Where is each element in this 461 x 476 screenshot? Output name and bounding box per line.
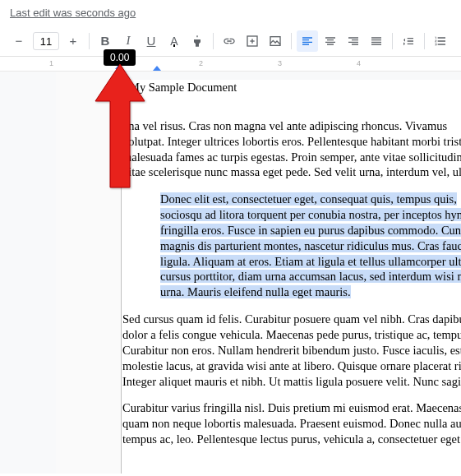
text-line[interactable]: malesuada fames ac turpis egestas. Proin…: [122, 150, 461, 165]
decrease-font-button[interactable]: −: [8, 30, 30, 52]
text-color-button[interactable]: A: [164, 30, 185, 52]
separator: [291, 33, 292, 49]
text-line[interactable]: Curabitur non eros. Nullam hendrerit bib…: [122, 343, 461, 358]
paragraph[interactable]: gna vel risus. Cras non magna vel ante a…: [122, 118, 461, 180]
text-line[interactable]: ligula. Aliquam at eros. Etiam at ligula…: [160, 254, 461, 270]
text-line[interactable]: Donec elit est, consectetuer eget, conse…: [160, 192, 461, 207]
text-line[interactable]: gna vel risus. Cras non magna vel ante a…: [122, 118, 461, 134]
text-line[interactable]: quam non neque lobortis malesuada. Praes…: [122, 416, 461, 432]
ruler-tick: 2: [199, 59, 203, 67]
text-line[interactable]: molestie lacus, at gravida wisi ante at …: [122, 358, 461, 374]
align-center-button[interactable]: [320, 30, 341, 52]
increase-font-button[interactable]: +: [62, 30, 84, 52]
toolbar: − 11 + B I U A: [0, 25, 461, 57]
font-size-input[interactable]: 11: [33, 32, 59, 50]
hanging-indent-marker[interactable]: [153, 65, 161, 71]
paragraph[interactable]: Donec elit est, consectetuer eget, conse…: [160, 192, 461, 300]
image-icon: [269, 35, 282, 48]
left-margin: [56, 72, 122, 474]
indent-value-tooltip: 0.00: [104, 49, 136, 66]
text-line[interactable]: tempus ac, leo. Pellentesque lectus puru…: [122, 432, 461, 447]
text-line[interactable]: cursus porttitor, diam urna accumsan lac…: [160, 269, 461, 284]
align-right-button[interactable]: [343, 30, 364, 52]
separator: [213, 33, 214, 49]
italic-button[interactable]: I: [118, 30, 139, 52]
ruler-tick: 1: [49, 59, 53, 67]
document-title[interactable]: My Sample Document: [129, 80, 461, 95]
last-edit-link[interactable]: Last edit was seconds ago: [0, 0, 461, 25]
line-spacing-icon: [402, 35, 415, 48]
align-left-icon: [301, 35, 314, 48]
align-justify-icon: [370, 35, 383, 48]
align-justify-button[interactable]: [366, 30, 387, 52]
insert-link-button[interactable]: [219, 30, 240, 52]
text-line[interactable]: magnis dis parturient montes, nascetur r…: [160, 238, 461, 254]
highlight-icon: [191, 35, 204, 48]
line-spacing-button[interactable]: [398, 30, 419, 52]
link-icon: [223, 35, 236, 48]
paragraph[interactable]: Curabitur varius fringilla nisl. Duis pr…: [122, 400, 461, 447]
text-line[interactable]: Sed cursus quam id felis. Curabitur posu…: [122, 312, 461, 327]
text-line[interactable]: Curabitur varius fringilla nisl. Duis pr…: [122, 400, 461, 416]
highlight-button[interactable]: [187, 30, 208, 52]
align-right-icon: [347, 35, 360, 48]
paragraph[interactable]: Sed cursus quam id felis. Curabitur posu…: [122, 312, 461, 389]
numbered-list-button[interactable]: [430, 30, 451, 52]
insert-image-button[interactable]: [265, 30, 286, 52]
ruler-tick: 4: [357, 59, 361, 67]
text-line[interactable]: sociosqu ad litora torquent per conubia …: [160, 207, 461, 223]
text-line[interactable]: Integer aliquet mauris et nibh. Ut matti…: [122, 374, 461, 390]
ruler[interactable]: 1 2 3 4: [0, 57, 461, 72]
text-line[interactable]: urna. Mauris eleifend nulla eget mauris.: [160, 284, 461, 300]
text-line[interactable]: fringilla eros. Fusce in sapien eu purus…: [160, 223, 461, 238]
bold-button[interactable]: B: [95, 30, 116, 52]
separator: [424, 33, 425, 49]
add-comment-button[interactable]: [242, 30, 263, 52]
document-area: My Sample Document gna vel risus. Cras n…: [0, 72, 461, 474]
text-line[interactable]: vitae scelerisque nunc massa eget pede. …: [122, 164, 461, 180]
text-line[interactable]: dolor a felis congue vehicula. Maecenas …: [122, 327, 461, 343]
separator: [392, 33, 393, 49]
text-line[interactable]: volutpat. Integer ultrices lobortis eros…: [122, 134, 461, 150]
align-left-button[interactable]: [297, 30, 318, 52]
underline-button[interactable]: U: [141, 30, 162, 52]
comment-icon: [246, 35, 259, 48]
numbered-list-icon: [434, 35, 447, 48]
ruler-tick: 3: [278, 59, 282, 67]
separator: [89, 33, 90, 49]
align-center-icon: [324, 35, 337, 48]
